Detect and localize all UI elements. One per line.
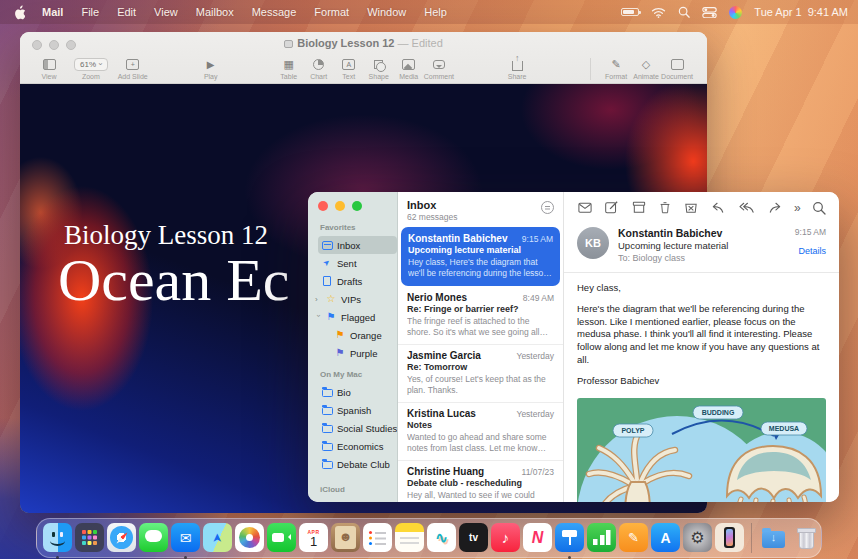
message-row[interactable]: Christine Huang11/07/23 Debate club - re… [398,460,563,502]
dock-facetime[interactable] [267,523,296,552]
archive-icon[interactable] [631,200,647,215]
control-center-icon[interactable] [702,7,717,18]
search-icon[interactable] [812,201,826,215]
message-row[interactable]: Kristina LucasYesterday Notes Wanted to … [398,402,563,460]
dock-pages[interactable]: ✎ [619,523,648,552]
dock-iphone-mirroring[interactable] [715,523,744,552]
more-actions-icon[interactable]: » [794,202,801,214]
folder-icon [322,461,333,469]
minimize-icon[interactable] [335,201,345,211]
table-button[interactable]: ▦Table [274,57,304,80]
folder-icon [322,443,333,451]
add-slide-button[interactable]: +Add Slide [118,57,148,80]
sidebar-section-icloud[interactable]: iCloud [320,485,397,494]
dock-messages[interactable] [139,523,168,552]
animate-button[interactable]: ◇Animate [631,57,661,80]
reply-all-icon[interactable] [738,200,756,215]
flag-icon: ⚑ [325,312,337,322]
dock-launchpad[interactable] [75,523,104,552]
sidebar-item-spanish[interactable]: Spanish [318,401,397,419]
filter-icon[interactable] [541,201,554,214]
text-button[interactable]: AText [334,57,364,80]
reply-icon[interactable] [710,200,726,215]
view-button[interactable]: View [34,57,64,80]
sidebar-item-flag-orange[interactable]: ⚑Orange [331,326,397,344]
sidebar-item-inbox[interactable]: Inbox [318,236,397,254]
sidebar-item-social-studies[interactable]: Social Studies [318,419,397,437]
menu-help[interactable]: Help [424,6,447,18]
comment-button[interactable]: Comment [424,57,454,80]
keynote-window-title: Biology Lesson 12 — Edited [20,37,707,49]
slide-title[interactable]: Ocean Ec [58,246,290,315]
sidebar-item-economics[interactable]: Economics [318,437,397,455]
share-button[interactable]: Share [502,57,532,80]
menu-format[interactable]: Format [314,6,349,18]
dock-photos[interactable] [235,523,264,552]
forward-icon[interactable] [767,200,783,215]
sidebar-item-debate-club[interactable]: Debate Club [318,455,397,473]
battery-icon[interactable] [621,8,639,16]
dock-news[interactable]: N [523,523,552,552]
zoom-window-icon[interactable] [352,201,362,211]
user-account-icon[interactable] [729,6,742,19]
sidebar-item-flagged[interactable]: ›⚑Flagged [318,308,397,326]
menu-edit[interactable]: Edit [117,6,136,18]
lifecycle-diagram[interactable]: POLYP BUDDING MEDUSA [577,398,826,502]
trash-icon[interactable] [658,200,672,215]
dock-mail[interactable]: ✉ [171,523,200,552]
compose-icon[interactable] [604,200,619,215]
chevron-down-icon[interactable]: › [314,314,323,320]
play-button[interactable]: ▶Play [196,57,226,80]
messages-icon [139,523,168,552]
dock-freeform[interactable]: ∿ [427,523,456,552]
dock-reminders[interactable] [363,523,392,552]
menu-window[interactable]: Window [367,6,406,18]
dock-finder[interactable] [43,523,72,552]
dock-tv[interactable]: tv [459,523,488,552]
message-row-selected[interactable]: Konstantin Babichev9:15 AM Upcoming lect… [401,227,560,286]
media-button[interactable]: Media [394,57,424,80]
zoom-dropdown[interactable]: 61%›Zoom [74,57,108,80]
dock-safari[interactable] [107,523,136,552]
menu-mailbox[interactable]: Mailbox [196,6,234,18]
close-icon[interactable] [318,201,328,211]
menu-mail[interactable]: Mail [42,6,63,18]
spotlight-search-icon[interactable] [678,6,690,18]
message-sender: Konstantin Babichev [618,227,795,239]
sidebar-item-bio[interactable]: Bio [318,383,397,401]
message-row[interactable]: Nerio Mones8:49 AM Re: Fringe or barrier… [398,287,563,344]
apple-menu[interactable] [12,5,25,20]
menu-view[interactable]: View [154,6,178,18]
message-row[interactable]: Jasmine GarciaYesterday Re: Tomorrow Yes… [398,344,563,402]
document-button[interactable]: Document [661,57,693,80]
menu-file[interactable]: File [81,6,99,18]
sidebar-item-drafts[interactable]: Drafts [318,272,397,290]
dock-system-settings[interactable]: ⚙ [683,523,712,552]
sidebar-item-sent[interactable]: ➤Sent [318,254,397,272]
sidebar-item-flag-purple[interactable]: ⚑Purple [331,344,397,362]
menu-message[interactable]: Message [252,6,297,18]
sidebar-item-vips[interactable]: ›☆VIPs [318,290,397,308]
dock-notes[interactable] [395,523,424,552]
wifi-icon[interactable] [651,7,666,18]
dock-numbers[interactable] [587,523,616,552]
mail-window[interactable]: Favorites Inbox ➤Sent Drafts ›☆VIPs ›⚑Fl… [308,192,839,502]
shape-button[interactable]: Shape [364,57,394,80]
format-button[interactable]: ✎Format [601,57,631,80]
dock-calendar[interactable]: APR1 [299,523,328,552]
details-link[interactable]: Details [795,246,826,256]
get-mail-icon[interactable] [577,200,593,215]
dock-trash[interactable] [791,523,820,552]
dock-maps[interactable]: ➤ [203,523,232,552]
chart-button[interactable]: Chart [304,57,334,80]
mail-traffic-lights[interactable] [318,201,397,211]
junk-icon[interactable] [683,200,699,215]
chevron-right-icon[interactable]: › [315,295,321,304]
menu-bar-clock[interactable]: Tue Apr 1 9:41 AM [754,6,848,18]
dock-contacts[interactable] [331,523,360,552]
dock-keynote[interactable] [555,523,584,552]
sidebar-section-onmymac: On My Mac [320,370,397,379]
dock-downloads[interactable]: ↓ [759,523,788,552]
dock-music[interactable]: ♪ [491,523,520,552]
dock-app-store[interactable]: A [651,523,680,552]
